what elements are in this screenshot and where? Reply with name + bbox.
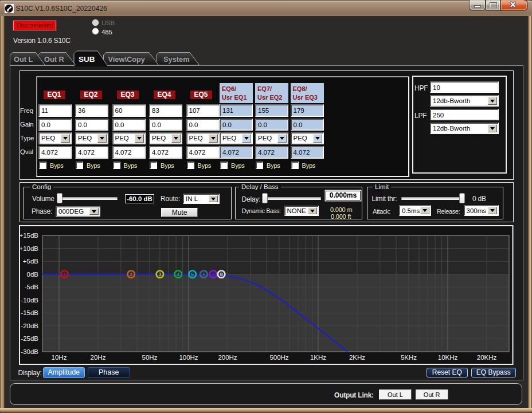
svg-text:5KHz: 5KHz	[401, 354, 417, 361]
svg-text:Out R: Out R	[44, 55, 64, 64]
svg-text:+10dB: +10dB	[19, 245, 38, 252]
svg-text:1: 1	[63, 272, 66, 277]
svg-text:View\Copy: View\Copy	[108, 55, 146, 64]
svg-text:7: 7	[212, 272, 215, 277]
svg-text:1KHz: 1KHz	[310, 354, 326, 361]
svg-text:Out L: Out L	[14, 55, 33, 64]
svg-text:+5dB: +5dB	[23, 258, 39, 265]
svg-text:SUB: SUB	[79, 55, 95, 64]
svg-text:2KHz: 2KHz	[349, 354, 365, 361]
svg-text:20Hz: 20Hz	[91, 354, 106, 361]
svg-text:5: 5	[191, 272, 194, 277]
svg-text:-20dB: -20dB	[21, 322, 38, 329]
svg-text:10KHz: 10KHz	[438, 354, 458, 361]
svg-text:8: 8	[220, 272, 223, 277]
svg-text:200Hz: 200Hz	[218, 354, 237, 361]
svg-text:System: System	[163, 55, 190, 64]
svg-text:3: 3	[159, 272, 162, 277]
svg-text:-10dB: -10dB	[21, 297, 38, 304]
svg-text:-5dB: -5dB	[25, 284, 39, 290]
svg-text:-15dB: -15dB	[21, 309, 38, 316]
svg-text:2: 2	[130, 272, 132, 277]
svg-text:10Hz: 10Hz	[52, 354, 67, 361]
svg-text:+15dB: +15dB	[19, 232, 38, 239]
svg-text:500Hz: 500Hz	[269, 354, 288, 361]
svg-text:6: 6	[202, 272, 205, 277]
svg-text:100Hz: 100Hz	[179, 354, 198, 361]
svg-text:-25dB: -25dB	[21, 335, 38, 342]
svg-text:50Hz: 50Hz	[142, 354, 158, 361]
svg-text:20KHz: 20KHz	[477, 354, 497, 361]
svg-text:4: 4	[177, 272, 179, 277]
svg-text:0dB: 0dB	[27, 271, 39, 278]
svg-text:-30dB: -30dB	[21, 348, 38, 355]
